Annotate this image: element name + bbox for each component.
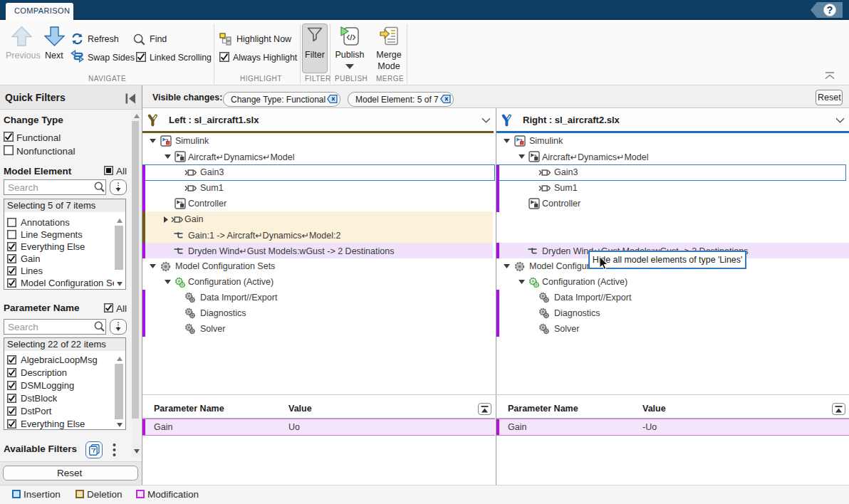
svg-text:?: ? — [827, 4, 833, 16]
